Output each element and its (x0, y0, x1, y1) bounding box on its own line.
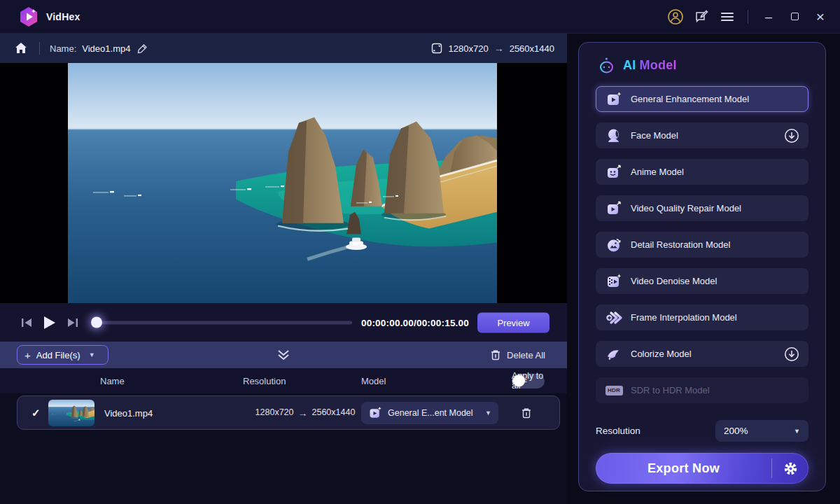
target-resolution: 2560x1440 (510, 43, 554, 54)
file-name: Video1.mp4 (82, 43, 130, 54)
arrow-icon: → (494, 43, 504, 54)
resolution-row: Resolution 200% ▼ (596, 420, 808, 442)
close-glyph: × (816, 9, 825, 24)
row-check-icon[interactable]: ✓ (31, 407, 41, 419)
panel-title-model: Model (640, 58, 677, 72)
column-model: Model (361, 376, 386, 386)
model-item-face[interactable]: Face Model (596, 122, 808, 148)
video-thumbnail (48, 400, 94, 426)
file-table-header: Name Resolution Model Apply to all OFF (0, 368, 567, 393)
download-icon[interactable] (784, 346, 799, 362)
app-title: VidHex (46, 11, 80, 22)
play-button[interactable] (41, 314, 57, 331)
row-model-select[interactable]: General E...ent Model ▼ (361, 402, 498, 424)
chevron-down-icon: ▼ (485, 410, 491, 416)
delete-all-button[interactable]: Delete All (490, 349, 545, 361)
column-resolution: Resolution (243, 376, 286, 386)
model-item-label: General Enhancement Model (631, 94, 749, 104)
colorize-model-icon (605, 345, 623, 363)
video-quality-repair-model-icon (605, 200, 623, 218)
row-source-resolution: 1280x720 (255, 407, 294, 419)
model-item-colorize[interactable]: Colorize Model (596, 341, 808, 367)
preview-button-label: Preview (497, 317, 529, 328)
panel-title: AI Model (623, 58, 677, 73)
hdr-badge: HDR (606, 386, 623, 396)
preview-button[interactable]: Preview (477, 312, 550, 332)
chevron-down-icon: ▼ (794, 428, 800, 435)
sdr-to-hdr-model-icon: HDR (605, 382, 623, 400)
model-item-label: Video Denoise Model (631, 276, 717, 286)
menu-icon[interactable] (718, 7, 737, 27)
previous-frame-button[interactable] (20, 316, 34, 330)
model-item-frame-interpolation[interactable]: Frame Interpolation Model (596, 304, 808, 330)
next-frame-button[interactable] (66, 316, 80, 330)
toolbar-separator (39, 42, 40, 55)
video-preview (68, 63, 497, 303)
export-settings-button[interactable] (772, 461, 808, 476)
resolution-select[interactable]: 200% ▼ (715, 420, 808, 442)
model-item-label: Face Model (631, 130, 678, 141)
player-bar: 00:00:00.00/00:00:15.00 Preview (0, 303, 567, 342)
model-item-sdr-to-hdr: HDR SDR to HDR Model (596, 377, 808, 403)
model-item-label: Colorize Model (631, 349, 692, 359)
seek-slider-knob[interactable] (91, 317, 102, 328)
titlebar-separator (748, 10, 748, 24)
arrow-icon: → (298, 407, 308, 419)
collapse-panel-icon[interactable] (276, 349, 291, 360)
minimize-glyph: – (765, 10, 772, 23)
model-item-anime[interactable]: Anime Model (596, 159, 808, 185)
add-files-button[interactable]: + Add File(s) ▼ (17, 345, 108, 365)
detail-restoration-model-icon (605, 236, 623, 254)
close-button[interactable]: × (811, 7, 830, 27)
model-item-video-quality-repair[interactable]: Video Quality Repair Model (596, 195, 808, 221)
general-enhancement-model-icon (605, 90, 623, 108)
robot-icon (597, 56, 616, 75)
model-item-detail-restoration[interactable]: Detail Restoration Model (596, 232, 808, 258)
source-resolution: 1280x720 (449, 43, 489, 54)
trash-icon (490, 349, 501, 361)
toggle-state-label: OFF (513, 377, 527, 385)
export-now-button[interactable]: Export Now (596, 453, 808, 484)
model-item-general-enhancement[interactable]: General Enhancement Model (596, 86, 808, 112)
resolution-icon (430, 42, 443, 55)
file-actions-bar: + Add File(s) ▼ Delete All (0, 342, 567, 368)
app-logo-icon (18, 6, 39, 27)
playback-time: 00:00:00.00/00:00:15.00 (361, 317, 469, 328)
model-mini-icon (368, 406, 382, 420)
right-zone: AI Model General Enhancement Model (567, 34, 840, 504)
panel-header: AI Model (597, 55, 807, 75)
table-row[interactable]: ✓ Video1.mp4 1280x720 → 2560x1440 Genera… (17, 396, 560, 430)
model-item-label: Video Quality Repair Model (631, 203, 741, 214)
row-delete-button[interactable] (521, 407, 532, 419)
video-denoise-model-icon (605, 272, 623, 290)
row-target-resolution: 2560x1440 (312, 407, 356, 419)
frame-interpolation-model-icon (605, 309, 623, 327)
gear-icon (783, 461, 798, 476)
model-list: General Enhancement Model Face Model (596, 86, 808, 403)
account-icon[interactable] (666, 7, 685, 27)
model-item-label: Frame Interpolation Model (631, 312, 737, 323)
home-button[interactable] (13, 40, 29, 57)
workspace: Name: Video1.mp4 1280x720 → 2560x1440 (0, 34, 567, 504)
resolution-label: Resolution (596, 426, 640, 436)
row-model-label: General E...ent Model (388, 408, 479, 418)
ai-model-panel: AI Model General Enhancement Model (578, 42, 826, 491)
minimize-button[interactable]: – (759, 7, 778, 27)
model-item-label: Detail Restoration Model (631, 239, 730, 250)
resolution-value: 200% (724, 426, 794, 436)
chevron-down-icon: ▼ (89, 351, 95, 358)
anime-model-icon (605, 163, 623, 181)
delete-all-label: Delete All (507, 350, 545, 360)
export-now-label: Export Now (596, 461, 771, 476)
titlebar: VidHex – × (0, 0, 840, 34)
panel-title-ai: AI (623, 58, 640, 72)
model-item-label: SDR to HDR Model (631, 385, 710, 396)
rename-icon[interactable] (136, 43, 148, 55)
download-icon[interactable] (784, 128, 799, 144)
video-stage (0, 63, 567, 303)
feedback-icon[interactable] (692, 7, 711, 27)
seek-slider[interactable] (92, 321, 352, 324)
model-item-video-denoise[interactable]: Video Denoise Model (596, 268, 808, 294)
maximize-button[interactable] (785, 7, 804, 27)
add-files-label: Add File(s) (36, 350, 80, 360)
